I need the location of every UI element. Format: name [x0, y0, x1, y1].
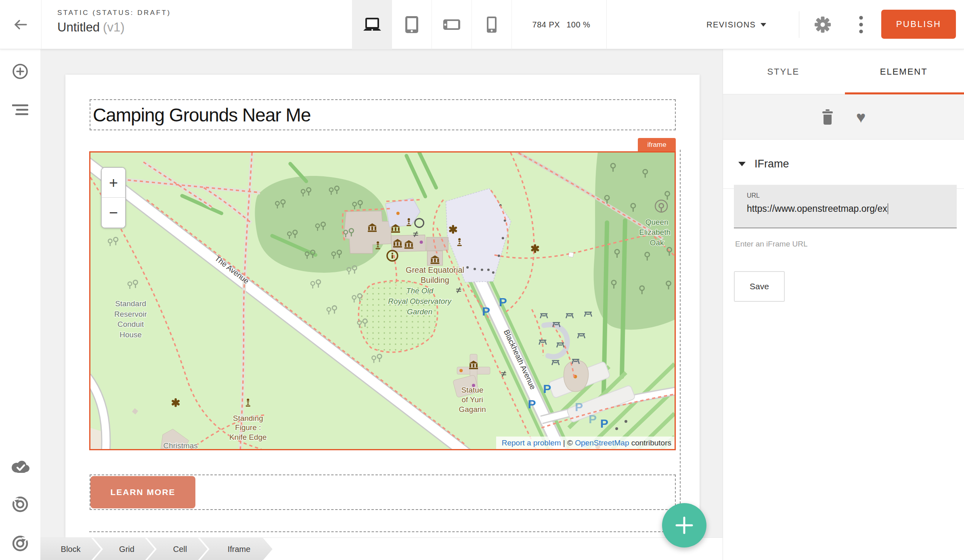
breadcrumb-grid[interactable]: Grid	[93, 538, 155, 560]
plus-icon	[674, 515, 694, 535]
report-problem-link[interactable]: Report a problem	[502, 439, 561, 447]
svg-text:Conduit: Conduit	[117, 320, 144, 329]
iframe-map-element[interactable]: P P P P P P P The Avenue Blackheath Aven…	[89, 151, 676, 450]
tab-style[interactable]: STYLE	[723, 49, 844, 94]
section-collapse-icon	[738, 162, 746, 166]
svg-text:Gagarin: Gagarin	[459, 405, 486, 414]
svg-text:Garden: Garden	[407, 307, 432, 316]
back-arrow-icon	[13, 18, 29, 31]
svg-text:Standard: Standard	[115, 299, 146, 308]
active-tab-indicator	[845, 92, 964, 94]
element-actions: ♥	[723, 94, 964, 140]
properties-panel: STYLE ELEMENT ♥ IFrame URL https://www.o…	[723, 49, 964, 560]
svg-text:P: P	[575, 400, 583, 414]
svg-text:Standing: Standing	[233, 414, 263, 422]
undo-icon	[11, 495, 29, 514]
document-status: STATIC (STATUS: DRAFT)	[57, 9, 171, 17]
svg-text:Knife Edge: Knife Edge	[229, 433, 267, 441]
add-element-button[interactable]	[0, 59, 40, 84]
phone-landscape-icon	[443, 19, 460, 30]
breadcrumb-cell[interactable]: Cell	[147, 538, 207, 560]
attribution-separator: | ©	[561, 439, 575, 447]
svg-text:Oak: Oak	[650, 238, 664, 247]
panel-tabs: STYLE ELEMENT	[723, 49, 964, 94]
learn-more-button[interactable]: LEARN MORE	[90, 476, 195, 508]
svg-text:Royal Observatory: Royal Observatory	[388, 297, 452, 305]
iframe-url-input[interactable]: URL https://www.openstreetmap.org/ex	[734, 185, 957, 228]
device-desktop-button[interactable]	[352, 0, 392, 49]
text-cursor	[888, 203, 889, 214]
save-button[interactable]: Save	[734, 271, 785, 302]
redo-button[interactable]	[0, 531, 40, 556]
map-zoom-in-button[interactable]: +	[102, 168, 125, 198]
zoom-level: 100 %	[566, 20, 590, 29]
svg-text:P: P	[528, 397, 536, 411]
svg-text:House: House	[119, 330, 142, 339]
svg-text:Figure :: Figure :	[235, 423, 261, 432]
layers-list-button[interactable]	[0, 98, 40, 122]
openstreetmap-link[interactable]: OpenStreetMap	[575, 439, 629, 447]
phone-icon	[487, 17, 497, 33]
device-preview-switcher	[352, 0, 512, 49]
svg-text:P: P	[589, 412, 597, 426]
svg-text:Christmas: Christmas	[163, 441, 198, 449]
iframe-section-toggle[interactable]: IFrame	[723, 140, 964, 189]
list-icon	[12, 104, 28, 115]
cloud-check-icon	[10, 460, 30, 473]
svg-text:P: P	[543, 382, 551, 395]
svg-text:P: P	[482, 305, 490, 318]
plus-circle-icon	[12, 63, 29, 80]
device-phone-button[interactable]	[472, 0, 512, 49]
more-options-button[interactable]	[849, 0, 873, 49]
breadcrumb-block[interactable]: Block	[40, 538, 101, 560]
openstreetmap-canvas[interactable]: P P P P P P P The Avenue Blackheath Aven…	[90, 153, 675, 449]
page-title: Camping Grounds Near Me	[90, 104, 310, 126]
publish-button[interactable]: PUBLISH	[881, 10, 956, 39]
undo-button[interactable]	[0, 492, 40, 516]
element-breadcrumb-bar: Block Grid Cell Iframe	[40, 537, 723, 560]
chevron-down-icon	[761, 23, 766, 27]
autosave-status-button[interactable]	[0, 454, 40, 479]
attribution-text: contributors	[629, 439, 671, 447]
editor-workspace: Camping Grounds Near Me iframe	[40, 49, 723, 560]
svg-text:The Old: The Old	[406, 286, 434, 295]
kebab-menu-icon	[859, 15, 863, 34]
url-field-label: URL	[747, 192, 957, 199]
svg-text:Great Equatorial: Great Equatorial	[406, 265, 464, 274]
revisions-label: REVISIONS	[706, 20, 756, 29]
map-zoom-control: + −	[101, 167, 126, 228]
document-meta: STATIC (STATUS: DRAFT) Untitled(v1)	[57, 9, 171, 35]
heading-block[interactable]: Camping Grounds Near Me	[90, 99, 676, 130]
settings-button[interactable]	[811, 0, 835, 49]
pavilion-building	[564, 360, 589, 391]
device-tablet-button[interactable]	[392, 0, 432, 49]
favorite-element-button[interactable]: ♥	[856, 109, 866, 125]
redo-icon	[11, 534, 29, 553]
svg-text:Statue: Statue	[461, 386, 484, 394]
revisions-dropdown[interactable]: REVISIONS	[706, 0, 766, 49]
gear-icon	[814, 16, 831, 33]
tab-element[interactable]: ELEMENT	[844, 49, 964, 94]
viewport-size-indicator: 784 PX 100 %	[516, 0, 607, 49]
map-zoom-out-button[interactable]: −	[102, 198, 125, 228]
back-button[interactable]	[0, 0, 42, 49]
document-version: (v1)	[103, 20, 124, 34]
svg-text:Reservoir: Reservoir	[114, 310, 147, 318]
toolbar-divider	[799, 11, 799, 38]
element-type-badge: iframe	[638, 138, 676, 151]
svg-text:of Yuri: of Yuri	[461, 395, 483, 404]
svg-text:P: P	[499, 295, 507, 309]
breadcrumb-iframe[interactable]: Iframe	[200, 538, 272, 560]
add-block-fab[interactable]	[662, 503, 706, 547]
device-landscape-button[interactable]	[432, 0, 472, 49]
viewport-width: 784 PX	[532, 20, 560, 29]
section-title: IFrame	[754, 158, 789, 170]
url-field-value: https://www.openstreetmap.org/ex	[747, 203, 887, 214]
svg-text:Queen: Queen	[645, 218, 669, 226]
button-block[interactable]: LEARN MORE	[90, 474, 676, 510]
heart-icon: ♥	[856, 109, 866, 125]
svg-text:P: P	[600, 417, 608, 430]
page-canvas[interactable]: Camping Grounds Near Me iframe	[65, 75, 700, 537]
svg-text:Building: Building	[421, 276, 449, 284]
delete-element-button[interactable]	[821, 109, 834, 125]
